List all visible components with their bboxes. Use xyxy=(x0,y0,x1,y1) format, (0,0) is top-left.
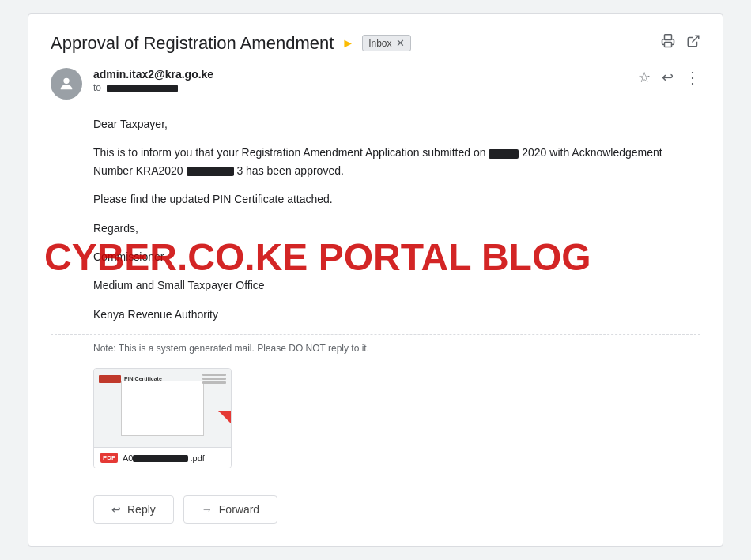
header-icons xyxy=(661,34,700,52)
filename-redacted xyxy=(133,455,188,462)
forward-btn-icon: → xyxy=(202,503,213,516)
more-options-icon[interactable]: ⋮ xyxy=(685,68,700,87)
svg-line-2 xyxy=(693,36,699,43)
date-redacted xyxy=(489,149,519,159)
email-subject-area: Approval of Registration Amendment ► Inb… xyxy=(51,33,411,54)
reply-btn-label: Reply xyxy=(127,503,156,516)
email-body: Dear Taxpayer, This is to inform you tha… xyxy=(51,115,700,323)
inbox-badge[interactable]: Inbox ✕ xyxy=(362,35,410,51)
print-icon[interactable] xyxy=(661,34,675,52)
thumb-line xyxy=(202,378,226,380)
thumb-lines xyxy=(165,374,226,384)
recipient-redacted xyxy=(107,85,178,92)
body-paragraph2: Please find the updated PIN Certificate … xyxy=(93,190,700,208)
forward-button[interactable]: → Forward xyxy=(183,495,277,524)
star-icon[interactable]: ☆ xyxy=(638,69,651,86)
actions-row: ↩ Reply → Forward xyxy=(51,495,700,524)
regards-1: Regards, xyxy=(93,220,700,237)
attachment-preview-header: PIN Certificate xyxy=(99,374,226,384)
body-paragraph1: This is to inform you that your Registra… xyxy=(93,144,700,179)
attachment-thumbnail[interactable]: PIN Certificate PDF A0.pdf xyxy=(93,368,232,468)
attachment-corner xyxy=(218,411,231,423)
attachment-area: PIN Certificate PDF A0.pdf xyxy=(51,368,700,472)
email-header-row: Approval of Registration Amendment ► Inb… xyxy=(51,33,700,54)
filename-text: A0.pdf xyxy=(123,453,205,463)
thumb-line xyxy=(202,381,226,384)
regards-3: Medium and Small Taxpayer Office xyxy=(93,276,700,294)
sender-name: admin.itax2@kra.go.ke xyxy=(93,68,638,81)
reply-btn-icon: ↩ xyxy=(111,503,121,516)
email-container: Approval of Registration Amendment ► Inb… xyxy=(28,13,723,547)
greeting: Dear Taxpayer, xyxy=(93,115,700,133)
divider xyxy=(51,334,700,335)
kra-logo-thumb xyxy=(99,375,121,383)
attachment-preview-inner xyxy=(121,381,204,436)
regards-2: Commissioner xyxy=(93,248,700,265)
sender-row: admin.itax2@kra.go.ke to ☆ ↩ ⋮ xyxy=(51,68,700,100)
regards-4: Kenya Revenue Authority xyxy=(93,306,700,323)
note-text: Note: This is a system generated mail. P… xyxy=(51,343,700,354)
sender-to: to xyxy=(93,82,638,93)
email-subject: Approval of Registration Amendment xyxy=(51,33,334,54)
star-label-icon: ► xyxy=(342,36,354,51)
popout-icon[interactable] xyxy=(686,34,700,52)
ack-redacted xyxy=(187,167,234,176)
attachment-preview: PIN Certificate xyxy=(94,369,231,448)
reply-header-icon[interactable]: ↩ xyxy=(662,69,674,86)
thumb-title: PIN Certificate xyxy=(124,376,162,381)
avatar xyxy=(51,68,82,100)
forward-btn-label: Forward xyxy=(219,503,259,516)
reply-button[interactable]: ↩ Reply xyxy=(93,495,174,524)
svg-rect-1 xyxy=(665,43,672,47)
close-icon[interactable]: ✕ xyxy=(396,37,405,49)
svg-point-3 xyxy=(63,78,69,84)
pdf-icon: PDF xyxy=(100,453,118,463)
sender-actions: ☆ ↩ ⋮ xyxy=(638,68,700,87)
inbox-badge-label: Inbox xyxy=(368,38,391,49)
sender-info: admin.itax2@kra.go.ke to xyxy=(93,68,638,93)
thumb-line xyxy=(202,374,226,376)
attachment-filename: PDF A0.pdf xyxy=(94,448,231,468)
